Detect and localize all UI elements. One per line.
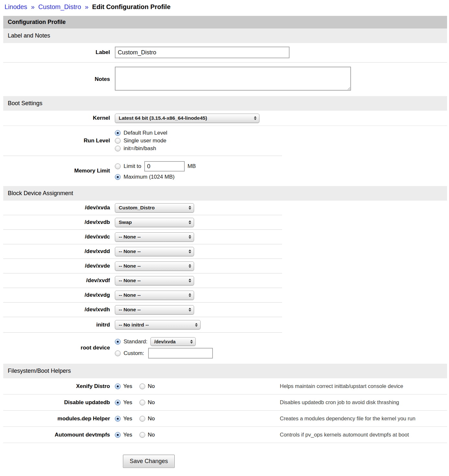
helper-row-automount-devtmpfs: Automount devtmpfs Yes No Controls if pv… (3, 427, 447, 443)
yes-label: Yes (123, 399, 132, 406)
xvdb-select-value: Swap (119, 219, 132, 225)
notes-textarea[interactable] (115, 67, 351, 91)
helper-label: Automount devtmpfs (3, 432, 115, 438)
device-row-xvdd: /dev/xvdd -- None -- (3, 244, 447, 259)
device-row-xvdh: /dev/xvdh -- None -- (3, 303, 447, 317)
helper-help-text: Helps maintain correct inittab/upstart c… (280, 383, 406, 389)
run-level-default-radio[interactable] (115, 130, 121, 136)
disable-updatedb-no-radio[interactable] (139, 400, 145, 405)
breadcrumb-link-custom-distro[interactable]: Custom_Distro (38, 3, 81, 10)
disable-updatedb-yes-radio[interactable] (115, 400, 121, 405)
root-device-standard-select[interactable]: /dev/xvda (150, 337, 196, 346)
xvdf-select[interactable]: -- None -- (115, 276, 194, 285)
helper-label: Xenify Distro (3, 383, 115, 390)
device-label: /dev/xvda (3, 205, 115, 211)
select-stepper-icon (189, 249, 191, 253)
root-device-standard-option-label: Standard: (124, 338, 148, 345)
memory-limit-input[interactable] (144, 161, 185, 172)
select-stepper-icon (189, 308, 191, 312)
root-device-custom-radio[interactable] (115, 350, 121, 356)
root-device-standard-select-value: /dev/xvda (154, 339, 176, 344)
memory-limit-to-option-label: Limit to (124, 163, 141, 170)
helper-row-xenify: Xenify Distro Yes No Helps maintain corr… (3, 378, 447, 394)
xenify-no-radio[interactable] (139, 383, 145, 389)
root-device-row: root device Standard: /dev/xvda Custom: (3, 333, 447, 364)
memory-maximum-option-label: Maximum (1024 MB) (124, 174, 175, 180)
label-row: Label (3, 43, 447, 62)
initrd-select[interactable]: -- No initrd -- (115, 320, 201, 329)
xvde-select-value: -- None -- (119, 263, 141, 269)
device-label: /dev/xvdf (3, 277, 115, 284)
xvdf-select-value: -- None -- (119, 278, 141, 283)
kernel-select-value: Latest 64 bit (3.15.4-x86_64-linode45) (119, 115, 207, 121)
root-device-custom-option-label: Custom: (124, 350, 144, 357)
save-changes-button[interactable]: Save Changes (123, 455, 175, 468)
xenify-yes-radio[interactable] (115, 383, 121, 389)
no-label: No (148, 383, 155, 390)
xvdc-select[interactable]: -- None -- (115, 232, 194, 242)
breadcrumb-separator: » (85, 3, 88, 10)
run-level-single-user-radio[interactable] (115, 138, 121, 144)
device-row-xvde: /dev/xvde -- None -- (3, 259, 447, 273)
device-row-xvdb: /dev/xvdb Swap (3, 215, 447, 229)
yes-label: Yes (123, 383, 132, 390)
select-stepper-icon (254, 116, 257, 120)
label-field-label: Label (3, 49, 115, 56)
memory-maximum-radio[interactable] (115, 174, 121, 180)
initrd-label: initrd (3, 322, 115, 328)
kernel-label: Kernel (3, 115, 115, 121)
section-filesystem-boot-helpers: Filesystem/Boot Helpers (3, 364, 447, 378)
breadcrumb: Linodes » Custom_Distro » Edit Configura… (0, 0, 449, 15)
kernel-row: Kernel Latest 64 bit (3.15.4-x86_64-lino… (3, 111, 447, 126)
yes-label: Yes (123, 415, 132, 422)
memory-limit-to-radio[interactable] (115, 163, 121, 169)
xvdg-select-value: -- None -- (119, 292, 141, 298)
root-device-custom-input[interactable] (148, 348, 213, 359)
xvdh-select-value: -- None -- (119, 307, 141, 313)
automount-devtmpfs-no-radio[interactable] (139, 432, 145, 438)
select-stepper-icon (189, 293, 191, 297)
device-row-xvda: /dev/xvda Custom_Distro (3, 201, 447, 215)
xvde-select[interactable]: -- None -- (115, 261, 194, 271)
device-label: /dev/xvdg (3, 292, 115, 298)
no-label: No (148, 432, 155, 438)
select-stepper-icon (189, 220, 191, 224)
xvda-select[interactable]: Custom_Distro (115, 203, 194, 213)
device-row-xvdg: /dev/xvdg -- None -- (3, 288, 447, 302)
xvdh-select[interactable]: -- None -- (115, 305, 194, 315)
xvdg-select[interactable]: -- None -- (115, 291, 194, 300)
xvda-select-value: Custom_Distro (119, 205, 155, 211)
root-device-standard-radio[interactable] (115, 339, 121, 345)
xvdd-select[interactable]: -- None -- (115, 247, 194, 256)
helper-label: Disable updatedb (3, 399, 115, 406)
notes-row: Notes (3, 63, 447, 96)
run-level-single-user-option-label: Single user mode (124, 138, 166, 144)
automount-devtmpfs-yes-radio[interactable] (115, 432, 121, 438)
label-input[interactable] (115, 47, 290, 58)
helper-label: modules.dep Helper (3, 415, 115, 422)
select-stepper-icon (189, 279, 191, 282)
notes-field-label: Notes (3, 76, 115, 83)
device-row-xvdf: /dev/xvdf -- None -- (3, 273, 447, 288)
initrd-select-value: -- No initrd -- (119, 322, 149, 328)
run-level-init-bash-option-label: init=/bin/bash (124, 145, 156, 152)
xvdc-select-value: -- None -- (119, 234, 141, 240)
xvdd-select-value: -- None -- (119, 249, 141, 254)
device-label: /dev/xvdc (3, 234, 115, 240)
device-label: /dev/xvde (3, 263, 115, 269)
select-stepper-icon (195, 323, 198, 327)
kernel-select[interactable]: Latest 64 bit (3.15.4-x86_64-linode45) (115, 114, 259, 123)
section-block-device-assignment: Block Device Assignment (3, 186, 447, 201)
select-stepper-icon (190, 340, 193, 344)
breadcrumb-link-linodes[interactable]: Linodes (5, 3, 27, 10)
xvdb-select[interactable]: Swap (115, 218, 194, 227)
memory-limit-unit-label: MB (188, 163, 196, 170)
device-label: /dev/xvdb (3, 219, 115, 226)
modules-dep-yes-radio[interactable] (115, 416, 121, 422)
root-device-label: root device (3, 345, 115, 351)
initrd-row: initrd -- No initrd -- (3, 317, 447, 332)
run-level-init-bash-radio[interactable] (115, 146, 121, 151)
helper-help-text: Controls if pv_ops kernels automount dev… (280, 432, 411, 438)
save-button-area: Save Changes (3, 443, 447, 474)
modules-dep-no-radio[interactable] (139, 416, 145, 422)
